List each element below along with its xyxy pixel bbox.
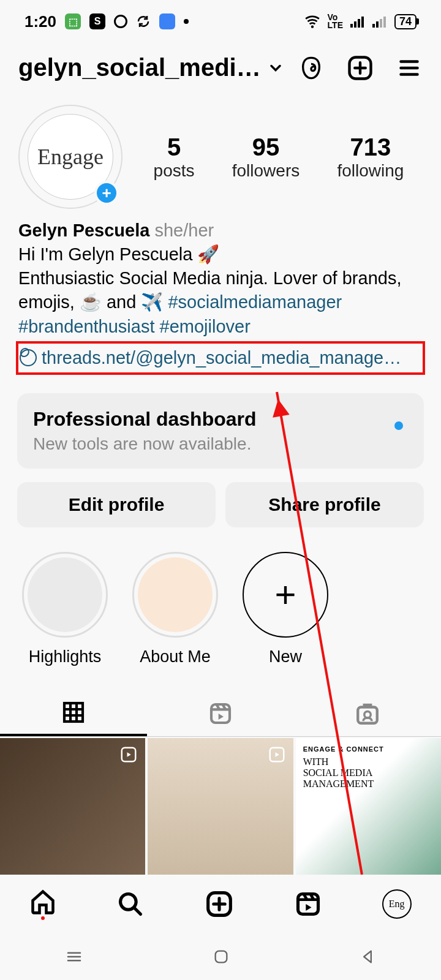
status-app-icon-3 xyxy=(159,13,175,29)
highlight-label: New xyxy=(269,647,302,666)
sys-recent-button[interactable] xyxy=(65,948,83,966)
svg-rect-11 xyxy=(211,704,230,723)
bio-line-1: Hi I'm Gelyn Pescuela 🚀 xyxy=(18,243,423,266)
status-bar: 1:20 ⬚ S Vo LTE 74 xyxy=(0,0,441,43)
post-tile[interactable] xyxy=(148,738,293,885)
signal-icon-1 xyxy=(350,15,365,28)
add-highlight-button[interactable]: + New xyxy=(243,552,328,666)
story-highlights: Highlights About Me + New xyxy=(0,527,441,673)
chevron-down-icon xyxy=(267,59,284,77)
svg-rect-6 xyxy=(376,21,379,28)
status-app-icon-2: S xyxy=(89,13,105,29)
svg-rect-10 xyxy=(64,703,83,722)
reel-badge-icon xyxy=(268,745,286,764)
username-dropdown[interactable]: gelyn_social_medi… xyxy=(18,54,298,81)
svg-rect-18 xyxy=(298,894,318,914)
username-text: gelyn_social_medi… xyxy=(18,54,261,81)
status-sync-icon xyxy=(136,14,151,29)
highlight-item[interactable]: Highlights xyxy=(22,552,108,666)
bio-link-text: threads.net/@gelyn_social_media_manage… xyxy=(42,346,401,370)
svg-rect-2 xyxy=(354,21,356,28)
post-grid: ENGAGE & CONNECT WITH SOCIAL MEDIA MANAG… xyxy=(0,738,441,885)
bio-line-2: Enthusiastic Social Media ninja. Lover o… xyxy=(18,266,423,338)
svg-rect-8 xyxy=(383,17,386,28)
professional-dashboard-card[interactable]: Professional dashboard New tools are now… xyxy=(17,393,424,469)
profile-bio: Gelyn Pescuela she/her Hi I'm Gelyn Pesc… xyxy=(0,215,441,381)
svg-rect-19 xyxy=(216,951,227,963)
link-icon xyxy=(16,345,40,370)
nav-home[interactable] xyxy=(29,888,56,920)
followers-count: 95 xyxy=(232,134,300,161)
battery-indicator: 74 xyxy=(394,14,417,29)
system-navigation xyxy=(0,933,441,980)
svg-rect-12 xyxy=(358,707,377,723)
dashboard-title: Professional dashboard xyxy=(33,408,408,431)
threads-icon[interactable] xyxy=(298,55,325,81)
menu-button[interactable] xyxy=(396,55,423,81)
app-header: gelyn_social_medi… xyxy=(0,43,441,86)
bottom-navigation: Eng xyxy=(0,875,441,933)
profile-tabs xyxy=(0,691,441,737)
profile-avatar[interactable]: Engage + xyxy=(18,105,123,209)
wifi-icon xyxy=(304,15,320,28)
following-stat[interactable]: 713 following xyxy=(337,134,404,181)
tab-reels[interactable] xyxy=(147,691,294,736)
highlight-label: About Me xyxy=(140,647,211,666)
svg-rect-3 xyxy=(358,19,360,28)
highlight-label: Highlights xyxy=(29,647,102,666)
svg-rect-1 xyxy=(350,24,353,28)
tab-tagged[interactable] xyxy=(294,691,441,736)
tile-brand: ENGAGE & CONNECT xyxy=(303,745,434,753)
nav-create[interactable] xyxy=(205,889,234,919)
svg-rect-4 xyxy=(361,17,364,28)
signal-icon-2 xyxy=(372,15,387,28)
pronouns: she/her xyxy=(154,221,214,240)
create-post-button[interactable] xyxy=(347,55,374,81)
sys-back-button[interactable] xyxy=(359,948,376,965)
followers-label: followers xyxy=(232,161,300,181)
home-notification-dot xyxy=(41,916,45,920)
nav-profile[interactable]: Eng xyxy=(382,889,412,919)
svg-rect-5 xyxy=(372,24,375,28)
status-opera-icon xyxy=(114,15,127,28)
nav-search[interactable] xyxy=(116,889,145,919)
followers-stat[interactable]: 95 followers xyxy=(232,134,300,181)
tab-grid[interactable] xyxy=(0,691,147,736)
share-profile-button[interactable]: Share profile xyxy=(225,482,424,527)
volte-indicator: Vo LTE xyxy=(328,13,343,29)
posts-count: 5 xyxy=(154,134,195,161)
highlight-item[interactable]: About Me xyxy=(132,552,218,666)
profile-actions: Edit profile Share profile xyxy=(0,469,441,527)
dashboard-subtitle: New tools are now available. xyxy=(33,434,408,454)
edit-profile-button[interactable]: Edit profile xyxy=(17,482,216,527)
bio-link[interactable]: threads.net/@gelyn_social_media_manage… xyxy=(16,341,425,375)
nav-reels[interactable] xyxy=(293,889,323,919)
posts-label: posts xyxy=(154,161,195,181)
reel-badge-icon xyxy=(119,745,138,764)
profile-stats-row: Engage + 5 posts 95 followers 713 follow… xyxy=(0,86,441,215)
svg-rect-7 xyxy=(380,19,382,28)
status-app-icon-1: ⬚ xyxy=(65,13,81,29)
status-more-dot xyxy=(184,19,189,24)
display-name: Gelyn Pescuela xyxy=(18,221,149,240)
add-story-badge[interactable]: + xyxy=(94,181,119,205)
post-tile[interactable] xyxy=(0,738,145,885)
sys-home-button[interactable] xyxy=(213,948,230,965)
following-count: 713 xyxy=(337,134,404,161)
dashboard-notification-dot xyxy=(394,421,403,430)
status-time: 1:20 xyxy=(24,12,56,31)
following-label: following xyxy=(337,161,404,181)
svg-point-0 xyxy=(311,26,313,28)
posts-stat[interactable]: 5 posts xyxy=(154,134,195,181)
post-tile[interactable]: ENGAGE & CONNECT WITH SOCIAL MEDIA MANAG… xyxy=(296,738,441,885)
